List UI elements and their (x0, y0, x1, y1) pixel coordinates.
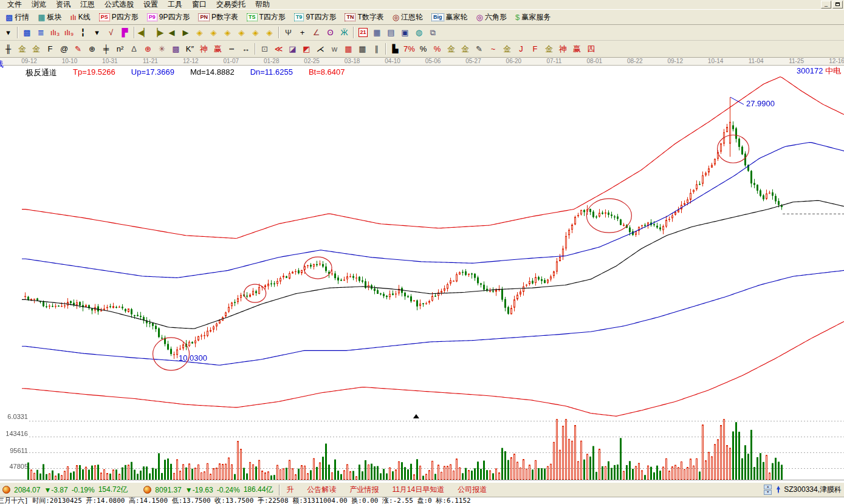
compass-button[interactable]: ⊕ (141, 43, 155, 55)
menu-item-5[interactable]: 设置 (139, 0, 163, 10)
angle-measure-button[interactable]: ∠ (309, 26, 323, 39)
menu-item-3[interactable]: 江恩 (75, 0, 100, 10)
menu-item-1[interactable]: 浏览 (27, 0, 51, 10)
kline-chart-canvas[interactable] (0, 66, 844, 482)
info-list-button[interactable]: ≣ (34, 26, 48, 39)
win-ruler-button[interactable]: 赢 (211, 43, 225, 55)
toolbar-gann-wheel-button[interactable]: ◎江恩轮 (388, 10, 427, 24)
color-histogram-button[interactable]: ▛ (118, 26, 132, 39)
toolbar-sectors-button[interactable]: ▦板块 (33, 10, 66, 24)
diamond-cross-button[interactable]: ◈ (249, 26, 262, 39)
percent-under-button[interactable]: % (430, 43, 444, 55)
wave-av-button[interactable]: ~ (486, 43, 500, 55)
marker-pen-button[interactable]: ✎ (71, 43, 85, 55)
toolbar-p-number-table-button[interactable]: PNP数字表 (194, 10, 242, 24)
menu-item-6[interactable]: 工具 (163, 0, 187, 10)
red-fan-button[interactable]: ≪ (272, 43, 286, 55)
ink-pen-button[interactable]: ✎ (472, 43, 486, 55)
parallel-lines-button[interactable]: ∥ (369, 43, 383, 55)
diamond-left-button[interactable]: ◈ (193, 26, 207, 39)
a-angle-button[interactable]: ∆ (127, 43, 141, 55)
grid-dark-button[interactable]: ▦ (355, 43, 369, 55)
angle-lines-button[interactable]: ⋌ (314, 43, 328, 55)
hash-line-button[interactable]: ╪ (99, 43, 113, 55)
gold-angle-button[interactable]: 金 (542, 43, 556, 55)
news-link-1[interactable]: 公告解读 (307, 485, 336, 494)
percent-line-button[interactable]: 7% (402, 43, 416, 55)
toolbar-9t-square-button[interactable]: T99T四方形 (290, 10, 341, 24)
circle-gauge-button[interactable]: ⊕ (85, 43, 99, 55)
next-page-button[interactable]: ▶ (179, 26, 193, 39)
gann-anchor-button[interactable]: ʘ (323, 26, 337, 39)
gold-ruler2-button[interactable]: 金 (29, 43, 43, 55)
stats-bars-button[interactable]: ▙ (388, 43, 402, 55)
menu-item-8[interactable]: 交易委托 (211, 0, 250, 10)
si-angle-button[interactable]: 四 (584, 43, 598, 55)
diamond-move-button[interactable]: ◈ (262, 26, 276, 39)
ruler-hash-button[interactable]: ╫ (1, 43, 15, 55)
diamond-shrink-button[interactable]: ◈ (235, 26, 249, 39)
first-page-button[interactable]: ◀▏ (137, 26, 151, 39)
diamond-expand-button[interactable]: ◈ (221, 26, 235, 39)
toolbar-quotes-button[interactable]: ▩行情 (1, 10, 33, 24)
gold-under-button[interactable]: 金 (458, 43, 472, 55)
spinner-up-button[interactable]: ▴ (764, 485, 772, 489)
gold-box-button[interactable]: 金 (500, 43, 514, 55)
grid-red-button[interactable]: ▦ (341, 43, 355, 55)
crosshair-button[interactable]: + (295, 26, 309, 39)
diamond-right-button[interactable]: ◈ (207, 26, 221, 39)
gold-circle-button[interactable]: 金 (444, 43, 458, 55)
notepad-button[interactable]: ▤ (384, 26, 398, 39)
fan-square-button[interactable]: ◩ (300, 43, 314, 55)
toolbar-winner-service-button[interactable]: $赢家服务 (511, 10, 555, 24)
prev-page-button[interactable]: ◀ (165, 26, 179, 39)
web-data-button[interactable]: ◍ (412, 26, 426, 39)
bars-9-button[interactable]: ılı₉ (62, 26, 76, 39)
trend-window-button[interactable]: ▩ (20, 26, 34, 39)
toolbar-t-number-table-button[interactable]: TNT数字表 (340, 10, 388, 24)
save-button[interactable]: ▣ (398, 26, 412, 39)
toolbar-kline-button[interactable]: ılıK线 (66, 10, 95, 24)
candle-dropdown-button[interactable]: ▾ (90, 26, 104, 39)
fan-box-button[interactable]: ◪ (286, 43, 300, 55)
n2-button[interactable]: n² (113, 43, 127, 55)
news-link-4[interactable]: 公司报道 (458, 485, 487, 494)
calendar-button[interactable]: 21 (356, 26, 370, 39)
f-angle-button[interactable]: F (528, 43, 542, 55)
spiral-button[interactable]: @ (57, 43, 71, 55)
remote-pc-button[interactable]: ⧉ (426, 26, 440, 39)
menu-item-9[interactable]: 帮助 (250, 0, 275, 10)
menu-item-4[interactable]: 公式选股 (100, 0, 139, 10)
square-tool-button[interactable]: ⊡ (258, 43, 272, 55)
gold-ruler-button[interactable]: 金 (15, 43, 29, 55)
menu-item-7[interactable]: 窗口 (187, 0, 211, 10)
shen-ruler-button[interactable]: 神 (197, 43, 211, 55)
f-gauge-button[interactable]: F (43, 43, 57, 55)
k-quote-button[interactable]: K″ (183, 43, 197, 55)
win-angle-button[interactable]: 赢 (570, 43, 584, 55)
fan-tool-button[interactable]: Ӝ (337, 26, 351, 39)
toolbar-winner-wheel-button[interactable]: Big赢家轮 (427, 10, 472, 24)
candle-style-button[interactable]: ╏ (76, 26, 90, 39)
j-angle-button[interactable]: J (514, 43, 528, 55)
news-link-0[interactable]: 升 (286, 485, 293, 494)
menu-item-2[interactable]: 资讯 (51, 0, 75, 10)
toolbar-hexagon-button[interactable]: ◎六角形 (472, 10, 511, 24)
menu-item-0[interactable]: 文件 (2, 0, 27, 10)
percent-button[interactable]: % (416, 43, 430, 55)
news-link-3[interactable]: 11月14日早知道 (392, 485, 444, 494)
news-link-2[interactable]: 产业情报 (349, 485, 379, 494)
starburst-button[interactable]: ✳ (155, 43, 169, 55)
shen-angle-button[interactable]: 神 (556, 43, 570, 55)
toolbar-p-square-button[interactable]: PSP四方形 (95, 10, 143, 24)
bars-3-button[interactable]: ılı₃ (48, 26, 62, 39)
formula-button[interactable]: √ (104, 26, 118, 39)
spinner-down-button[interactable]: ▾ (764, 490, 772, 495)
restore-button[interactable] (832, 1, 843, 9)
current-symbol-label[interactable]: SZ300334,津膜科 (784, 485, 842, 495)
view-dropdown-button[interactable]: ▾ (1, 26, 15, 39)
ruler-123-button[interactable]: ┉ (225, 43, 239, 55)
web-grid-button[interactable]: ▩ (169, 43, 183, 55)
v-wave-button[interactable]: w (328, 43, 341, 55)
minimize-button[interactable]: _ (821, 1, 831, 9)
